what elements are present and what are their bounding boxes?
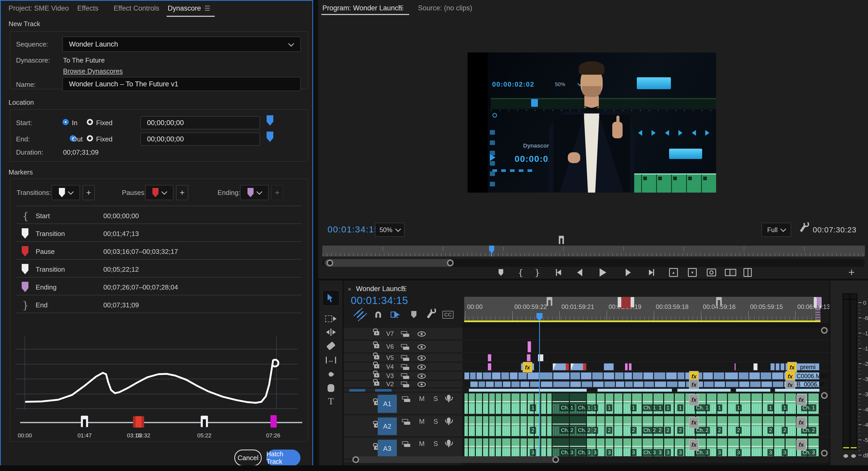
audio-clip[interactable] [475, 393, 482, 414]
audio-clip[interactable] [469, 438, 475, 459]
video-clip[interactable] [725, 372, 738, 380]
clip-gain-line[interactable] [664, 424, 674, 424]
hatch-track-button[interactable]: Hatch Track [266, 449, 301, 466]
video-clip[interactable] [553, 363, 569, 371]
clip-gain-line[interactable] [785, 401, 796, 402]
clip-gain-line[interactable] [751, 446, 762, 447]
clip-gain-line[interactable] [521, 401, 527, 402]
video-clip[interactable] [750, 381, 761, 387]
track-header-V6[interactable]: V6 [344, 341, 462, 353]
marker-row-ending[interactable]: Ending00;07;26;07–00;07;28;04 [10, 281, 308, 295]
pauses-dropdown[interactable] [145, 185, 173, 200]
name-field[interactable]: Wonder Launch – To The Future v1 [63, 77, 301, 91]
clip-gain-line[interactable] [547, 401, 552, 402]
clip-gain-line[interactable] [547, 446, 552, 447]
mic-icon[interactable] [447, 440, 451, 445]
eye-icon[interactable] [417, 331, 426, 336]
clip-gain-line[interactable] [654, 446, 663, 447]
pen-tool[interactable] [319, 369, 343, 380]
video-clip-named[interactable]: fxC0006.MXF [784, 372, 820, 380]
clip-gain-line[interactable] [496, 446, 501, 447]
audio-clip[interactable] [495, 416, 501, 436]
lock-icon[interactable] [374, 382, 379, 386]
clip-gain-line[interactable] [785, 424, 796, 424]
clip-gain-line[interactable] [512, 446, 520, 447]
clip-gain-line[interactable] [763, 424, 773, 424]
clip-gain-line[interactable] [643, 401, 652, 402]
video-clip[interactable] [761, 381, 772, 387]
video-clip[interactable] [478, 381, 485, 387]
timeline-scrollbar-thumb[interactable] [352, 456, 559, 463]
track-header-V3[interactable]: V3 [344, 372, 462, 380]
audio-clip[interactable] [483, 393, 489, 414]
video-clip[interactable] [518, 372, 527, 380]
audio-clip[interactable] [502, 438, 511, 459]
audio-clip[interactable] [464, 416, 468, 436]
clip-gain-line[interactable] [632, 424, 642, 424]
video-clip[interactable] [604, 381, 615, 387]
clip-gain-line[interactable] [763, 446, 773, 447]
eye-icon[interactable] [417, 355, 426, 361]
video-clip[interactable] [739, 372, 749, 380]
clip-gain-line[interactable] [469, 446, 475, 447]
clip-gain-line[interactable] [740, 424, 750, 424]
video-clip-named[interactable]: fxB_0006.M [784, 381, 820, 387]
panel-menu-icon[interactable]: ☰ [204, 4, 210, 12]
video-clip[interactable] [633, 381, 644, 387]
audio-clip[interactable] [489, 416, 495, 436]
clip-gain-line[interactable] [469, 424, 475, 424]
mute-button[interactable]: M [419, 440, 425, 448]
clip-gain-line[interactable] [553, 424, 569, 424]
video-clip[interactable] [714, 372, 724, 380]
program-scrollbar[interactable] [322, 259, 865, 267]
transitions-dropdown[interactable] [52, 185, 80, 200]
video-clip[interactable] [772, 372, 783, 380]
eye-icon[interactable] [417, 374, 426, 379]
clip-gain-line[interactable] [623, 401, 631, 402]
clip-gain-line[interactable] [521, 424, 527, 424]
clip-gain-line[interactable] [717, 424, 727, 424]
playback-resolution-dropdown[interactable]: Full [762, 223, 791, 237]
clip-gain-line[interactable] [717, 401, 727, 402]
video-clip[interactable] [483, 372, 492, 380]
track-select-forward-tool[interactable] [319, 313, 343, 324]
track-target-icon[interactable] [402, 441, 410, 447]
video-clip[interactable] [625, 363, 628, 371]
program-sequence-marker[interactable] [559, 236, 564, 244]
collapsed-track-clip[interactable] [469, 389, 587, 392]
clip-gain-line[interactable] [751, 401, 762, 402]
clip-gain-line[interactable] [553, 401, 569, 402]
video-clip[interactable] [470, 381, 478, 387]
clip-gain-line[interactable] [547, 424, 552, 424]
audio-clip[interactable] [623, 393, 631, 414]
clip-gain-line[interactable] [587, 424, 595, 424]
timeline-tab[interactable]: Wonder Launch [356, 285, 405, 293]
clip-gain-line[interactable] [541, 424, 546, 424]
work-area-bar[interactable] [464, 321, 820, 322]
scrollbar-handle-right[interactable] [447, 260, 454, 266]
clip-gain-line[interactable] [664, 401, 674, 402]
clip-gain-line[interactable] [785, 446, 796, 447]
collapsed-track-clip[interactable] [677, 389, 731, 392]
end-fixed-radio[interactable] [87, 135, 93, 141]
clip-gain-line[interactable] [632, 401, 642, 402]
audio-clip[interactable] [483, 438, 489, 459]
video-clip[interactable] [703, 372, 713, 380]
tab-source[interactable]: Source: (no clips) [418, 4, 472, 12]
track-lane-V6[interactable] [462, 341, 829, 353]
scrollbar-handle-left[interactable] [327, 260, 333, 266]
video-clip[interactable] [553, 372, 570, 380]
source-patch-v1[interactable] [349, 389, 365, 392]
video-clip[interactable] [530, 381, 540, 387]
video-clip[interactable] [753, 363, 758, 371]
audio-clip[interactable] [489, 393, 495, 414]
marker-row-transition[interactable]: Transition00;01;47;13 [10, 227, 308, 241]
eye-icon[interactable] [417, 344, 426, 350]
video-clip[interactable] [603, 372, 614, 380]
clip-gain-line[interactable] [707, 424, 716, 424]
clip-gain-line[interactable] [541, 401, 546, 402]
video-clip[interactable] [520, 381, 529, 387]
video-clip[interactable] [770, 363, 775, 371]
video-clip[interactable] [643, 372, 653, 380]
video-clip[interactable] [678, 381, 685, 387]
